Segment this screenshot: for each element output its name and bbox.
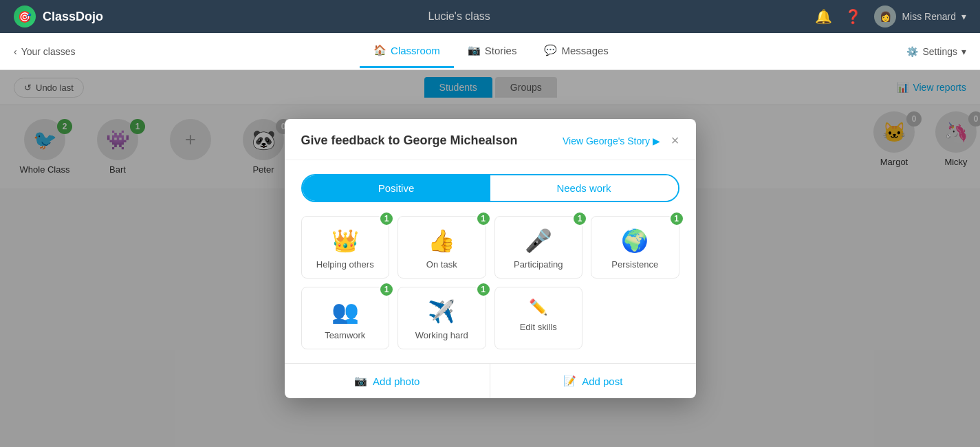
notification-button[interactable]: 🔔 [815, 8, 832, 25]
back-label: Your classes [21, 46, 76, 57]
add-post-button[interactable]: 📝 Add post [490, 364, 696, 398]
settings-dropdown-icon: ▾ [961, 46, 966, 57]
skill-participating[interactable]: 1 🎤 Participating [494, 216, 583, 279]
skill-label: Helping others [316, 259, 374, 270]
user-menu[interactable]: 👩 Miss Renard ▾ [874, 6, 966, 28]
skill-icon: 👥 [331, 298, 359, 325]
logo-icon: 🎯 [14, 6, 36, 28]
top-nav-right: 🔔 ❓ 👩 Miss Renard ▾ [815, 6, 966, 28]
modal-title-area: Give feedback to George Michealson [301, 133, 518, 148]
modal-header: Give feedback to George Michealson View … [285, 119, 696, 160]
skill-persistence[interactable]: 1 🌍 Persistence [591, 216, 679, 279]
edit-icon: ✏️ [529, 298, 547, 316]
settings-icon: ⚙️ [906, 46, 918, 57]
app-name: ClassDojo [43, 10, 103, 24]
settings-link[interactable]: ⚙️ Settings ▾ [906, 46, 966, 57]
messages-icon: 💬 [544, 44, 557, 56]
back-link[interactable]: ‹ Your classes [14, 46, 76, 57]
main-area: ↺ Undo last Students Groups 📊 View repor… [0, 70, 980, 447]
skill-icon: 🌍 [621, 228, 649, 254]
nav-tabs: 🏠 Classroom 📷 Stories 💬 Messages [360, 34, 622, 68]
post-icon: 📝 [563, 375, 576, 387]
logo-area: 🎯 ClassDojo [14, 6, 103, 28]
help-button[interactable]: ❓ [845, 8, 862, 25]
skill-count: 1 [669, 211, 684, 226]
needs-work-tab[interactable]: Needs work [490, 175, 678, 201]
tab-classroom[interactable]: 🏠 Classroom [360, 34, 454, 68]
class-name: Lucie's class [428, 10, 490, 23]
skill-label: Participating [514, 259, 563, 270]
skill-on-task[interactable]: 1 👍 On task [398, 216, 486, 279]
skill-count: 1 [572, 211, 587, 226]
skill-count: 1 [379, 282, 394, 297]
user-name: Miss Renard [902, 11, 956, 22]
secondary-nav: ‹ Your classes 🏠 Classroom 📷 Stories 💬 M… [0, 33, 980, 70]
stories-icon: 📷 [468, 44, 481, 56]
modal-close-button[interactable]: × [671, 133, 679, 149]
story-link[interactable]: View George's Story ▶ [563, 135, 660, 146]
skill-helping-others[interactable]: 1 👑 Helping others [301, 216, 390, 279]
skill-icon: 👑 [331, 228, 359, 254]
skill-label: Teamwork [325, 330, 365, 340]
skill-working-hard[interactable]: 1 ✈️ Working hard [398, 287, 486, 349]
skill-icon: 👍 [428, 228, 455, 254]
classroom-icon: 🏠 [373, 44, 386, 56]
skill-count: 1 [476, 282, 491, 297]
tab-stories[interactable]: 📷 Stories [454, 34, 531, 68]
skill-edit[interactable]: ✏️ Edit skills [494, 287, 583, 349]
dropdown-icon: ▾ [961, 11, 966, 22]
modal-title: Give feedback to George Michealson [301, 133, 518, 147]
modal-footer: 📷 Add photo 📝 Add post [285, 363, 696, 398]
top-nav: 🎯 ClassDojo Lucie's class 🔔 ❓ 👩 Miss Ren… [0, 0, 980, 33]
add-photo-button[interactable]: 📷 Add photo [285, 364, 491, 398]
skill-label: Edit skills [520, 322, 557, 332]
skill-icon: 🎤 [525, 228, 552, 254]
skill-label: Working hard [415, 330, 468, 340]
modal-body: Positive Needs work 1 👑 Helping others 1… [285, 160, 696, 363]
skill-label: On task [426, 259, 457, 270]
positive-tab[interactable]: Positive [303, 175, 490, 201]
skill-teamwork[interactable]: 1 👥 Teamwork [301, 287, 390, 349]
skill-count: 1 [476, 211, 491, 226]
feedback-toggle: Positive Needs work [301, 174, 679, 202]
skill-count: 1 [379, 211, 394, 226]
tab-messages[interactable]: 💬 Messages [530, 34, 622, 68]
feedback-modal: Give feedback to George Michealson View … [285, 119, 696, 398]
skills-grid: 1 👑 Helping others 1 👍 On task 1 🎤 [301, 216, 679, 349]
skill-label: Persistence [611, 259, 658, 270]
skill-icon: ✈️ [428, 298, 455, 325]
modal-overlay[interactable]: Give feedback to George Michealson View … [0, 70, 980, 447]
back-arrow-icon: ‹ [14, 46, 17, 57]
camera-icon: 📷 [354, 375, 367, 387]
user-avatar: 👩 [874, 6, 896, 28]
